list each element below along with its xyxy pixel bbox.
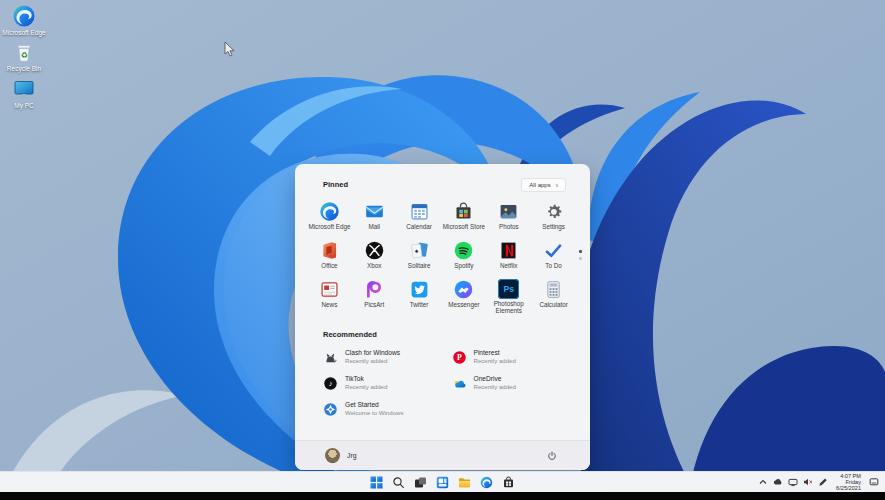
desktop-icon-microsoft-edge[interactable]: Microsoft Edge — [2, 4, 46, 36]
twitter-bird-icon — [409, 279, 430, 300]
store-icon — [453, 201, 474, 222]
app-label: Calculator — [539, 302, 567, 309]
news-icon — [319, 279, 340, 300]
pinned-app-mail[interactable]: Mail — [352, 198, 397, 237]
app-label: Spotify — [454, 263, 473, 270]
pinned-app-xbox[interactable]: Xbox — [352, 237, 397, 276]
pinned-app-messenger[interactable]: Messenger — [441, 276, 486, 315]
file-explorer-button[interactable] — [458, 476, 471, 489]
app-label: Photoshop Elements — [486, 301, 531, 315]
clock-date: 6/25/2021 — [836, 485, 861, 491]
pinned-app-calculator[interactable]: Calculator — [531, 276, 576, 315]
recommended-get-started[interactable]: Get Started Welcome to Windows — [319, 396, 448, 422]
system-tray: 4:07 PM Friday 6/25/2021 — [758, 472, 879, 492]
pinned-app-photos[interactable]: Photos — [486, 198, 531, 237]
svg-text:P: P — [457, 353, 462, 362]
pinned-app-solitaire[interactable]: ♠ Solitaire — [397, 237, 442, 276]
recommended-section-title: Recommended — [323, 330, 377, 339]
pinned-app-photoshop-elements[interactable]: Ps Photoshop Elements — [486, 276, 531, 315]
app-label: Netflix — [500, 263, 518, 270]
photos-icon — [498, 201, 519, 222]
pinned-section-title: Pinned — [323, 180, 348, 189]
user-name: Jrg — [347, 452, 356, 459]
recommended-tiktok[interactable]: ♪ TikTok Recently added — [319, 370, 448, 396]
app-label: Calendar — [406, 224, 432, 231]
widgets-button[interactable] — [436, 476, 449, 489]
recommended-title: Clash for Windows — [345, 349, 400, 357]
user-profile-button[interactable]: Jrg — [325, 448, 356, 463]
display-tray-icon[interactable] — [788, 477, 798, 487]
pinned-app-to-do[interactable]: To Do — [531, 237, 576, 276]
desktop-icon-recycle-bin[interactable]: ♻ Recycle Bin — [2, 40, 46, 72]
app-label: News — [322, 302, 338, 309]
pinned-app-netflix[interactable]: Netflix — [486, 237, 531, 276]
edge-icon — [319, 201, 340, 222]
desktop-icon-label: Microsoft Edge — [2, 29, 45, 36]
netflix-icon — [498, 240, 519, 261]
recommended-title: Pinterest — [474, 349, 516, 357]
calendar-icon — [409, 201, 430, 222]
recommended-subtitle: Recently added — [345, 383, 387, 390]
mouse-cursor — [224, 42, 236, 58]
all-apps-label: All apps — [529, 182, 550, 188]
pinned-app-news[interactable]: News — [307, 276, 352, 315]
clock-time: 4:07 PM — [836, 473, 861, 479]
app-label: Microsoft Edge — [308, 224, 350, 231]
recommended-title: TikTok — [345, 375, 387, 383]
app-label: Mail — [368, 224, 380, 231]
task-view-button[interactable] — [414, 476, 427, 489]
start-button[interactable] — [370, 476, 383, 489]
power-button[interactable] — [544, 448, 560, 464]
volume-muted-icon[interactable] — [803, 477, 813, 487]
svg-text:♪: ♪ — [329, 379, 333, 388]
all-apps-button[interactable]: All apps › — [521, 178, 566, 192]
recommended-list: Clash for Windows Recently added P Pinte… — [319, 344, 576, 422]
todo-check-icon — [543, 240, 564, 261]
clock[interactable]: 4:07 PM Friday 6/25/2021 — [833, 473, 864, 492]
store-taskbar-button[interactable] — [502, 476, 515, 489]
picsart-icon — [364, 279, 385, 300]
recommended-onedrive[interactable]: OneDrive Recently added — [448, 370, 577, 396]
recommended-clash-for-windows[interactable]: Clash for Windows Recently added — [319, 344, 448, 370]
edge-taskbar-button[interactable] — [480, 476, 493, 489]
screen-bottom-bar — [0, 492, 885, 500]
edge-icon — [12, 4, 36, 28]
office-icon — [319, 240, 340, 261]
desktop-icon-my-pc[interactable]: My PC — [2, 77, 46, 109]
pinned-app-twitter[interactable]: Twitter — [397, 276, 442, 315]
app-label: Messenger — [448, 302, 479, 309]
desktop-icon-label: Recycle Bin — [7, 65, 41, 72]
pinterest-icon: P — [452, 350, 467, 365]
search-button[interactable] — [392, 476, 405, 489]
pinned-app-picsart[interactable]: PicsArt — [352, 276, 397, 315]
pen-tray-icon[interactable] — [818, 477, 828, 487]
onedrive-cloud-icon — [452, 376, 467, 391]
tiktok-icon: ♪ — [323, 376, 338, 391]
start-menu-footer: Jrg — [295, 440, 590, 470]
pinned-app-microsoft-edge[interactable]: Microsoft Edge — [307, 198, 352, 237]
pinned-app-calendar[interactable]: Calendar — [397, 198, 442, 237]
app-label: Settings — [542, 224, 565, 231]
pinned-pagination[interactable] — [579, 250, 582, 260]
pinned-app-spotify[interactable]: Spotify — [441, 237, 486, 276]
power-icon — [547, 451, 557, 461]
notification-center-icon[interactable] — [869, 477, 879, 487]
recommended-subtitle: Welcome to Windows — [345, 409, 403, 416]
user-avatar — [325, 448, 340, 463]
svg-text:♻: ♻ — [20, 51, 27, 60]
pinned-app-office[interactable]: Office — [307, 237, 352, 276]
pinned-app-microsoft-store[interactable]: Microsoft Store — [441, 198, 486, 237]
recommended-pinterest[interactable]: P Pinterest Recently added — [448, 344, 577, 370]
app-label: Solitaire — [408, 263, 431, 270]
app-label: Twitter — [410, 302, 429, 309]
recommended-subtitle: Recently added — [345, 357, 400, 364]
start-menu: Pinned All apps › Microsoft Edge Mail — [295, 164, 590, 470]
page-dot-active — [579, 250, 582, 253]
messenger-icon — [453, 279, 474, 300]
tray-chevron-up-icon[interactable] — [758, 477, 768, 487]
computer-icon — [12, 77, 36, 101]
photoshop-elements-icon: Ps — [498, 279, 519, 299]
onedrive-tray-icon[interactable] — [773, 477, 783, 487]
app-label: Photos — [499, 224, 519, 231]
pinned-app-settings[interactable]: Settings — [531, 198, 576, 237]
